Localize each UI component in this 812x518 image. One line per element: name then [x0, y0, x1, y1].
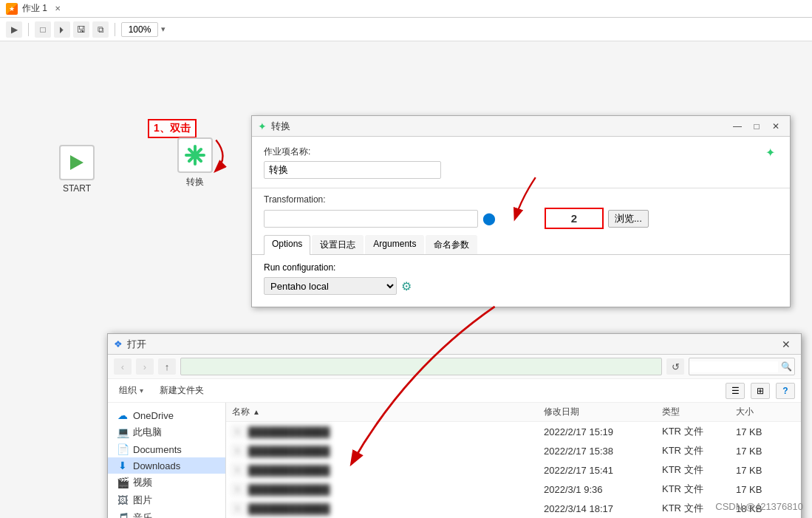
- sidebar-item-music[interactable]: 🎵 音乐: [108, 509, 225, 518]
- job-name-input[interactable]: [264, 161, 441, 179]
- sidebar-item-downloads[interactable]: ⬇ Downloads: [108, 457, 225, 474]
- nav-up-btn[interactable]: ↑: [158, 358, 176, 375]
- stop-btn[interactable]: □: [35, 21, 51, 38]
- refresh-btn[interactable]: ↺: [666, 358, 684, 375]
- ktr-file-icon: k: [232, 426, 244, 437]
- table-row[interactable]: k ████████████ 2022/2/17 15:41 KTR 文件 17…: [226, 460, 801, 480]
- dialog-maximize-btn[interactable]: □: [748, 120, 765, 133]
- documents-icon: 📄: [117, 443, 129, 455]
- computer-icon: 💻: [117, 426, 129, 438]
- dialog-controls: — □ ✕: [729, 120, 784, 133]
- nav-back-btn[interactable]: ‹: [114, 358, 132, 375]
- tab-arguments[interactable]: Arguments: [365, 235, 424, 254]
- file-size-cell: 17 KB: [736, 426, 795, 437]
- ktr-file-icon: k: [232, 483, 244, 495]
- file-date-cell: 2022/3/1 9:36: [544, 484, 662, 495]
- transform-dialog-body: ✦ 作业项名称: Transformation: ⬤ 2 浏览... Optio…: [252, 137, 790, 307]
- job-name-label: 作业项名称:: [264, 146, 778, 158]
- organize-btn[interactable]: 组织 ▾: [114, 382, 149, 399]
- main-toolbar: ▶ □ ⏵ 🖫 ⧉ ▾: [0, 18, 812, 41]
- dialog-minimize-btn[interactable]: —: [729, 120, 746, 133]
- file-sidebar: ☁ OneDrive 💻 此电脑 📄 Documents ⬇ Downloads…: [108, 403, 226, 518]
- ktr-file-icon: k: [232, 464, 244, 476]
- col-date[interactable]: 修改日期: [544, 406, 662, 418]
- save-btn[interactable]: 🖫: [73, 21, 89, 38]
- view-toggle-icons[interactable]: ⊞: [751, 383, 770, 399]
- videos-icon: 🎬: [117, 477, 129, 488]
- collapse-icon[interactable]: ✦: [765, 146, 775, 160]
- file-dialog-addressbar: ‹ › ↑ ↺ 🔍: [108, 355, 801, 379]
- zoom-input[interactable]: [121, 22, 158, 37]
- file-date-cell: 2022/2/17 15:41: [544, 465, 662, 476]
- play-triangle-icon: [70, 155, 83, 170]
- file-name-cell: k ████████████: [232, 502, 544, 514]
- transform-node[interactable]: 转换: [177, 137, 213, 188]
- tabs-row: Options 设置日志 Arguments 命名参数: [252, 235, 790, 255]
- transform-input-icon[interactable]: ⬤: [482, 211, 496, 225]
- search-box-wrapper: 🔍: [689, 358, 795, 375]
- run-config-label: Run configuration:: [264, 262, 778, 273]
- run-btn[interactable]: ▶: [6, 21, 22, 38]
- file-dialog-title: 打开: [127, 338, 773, 351]
- file-name-cell: k ████████████: [232, 445, 544, 457]
- nav-forward-btn[interactable]: ›: [136, 358, 154, 375]
- search-input[interactable]: [689, 361, 778, 372]
- view-toggle-details[interactable]: ☰: [726, 383, 745, 399]
- transform-node-icon: [177, 137, 213, 173]
- zoom-dropdown[interactable]: ▾: [161, 24, 166, 34]
- search-icon[interactable]: 🔍: [778, 361, 794, 372]
- sidebar-item-onedrive[interactable]: ☁ OneDrive: [108, 407, 225, 423]
- tab-named-params[interactable]: 命名参数: [426, 235, 477, 254]
- sidebar-item-computer[interactable]: 💻 此电脑: [108, 423, 225, 441]
- sidebar-videos-label: 视频: [133, 476, 152, 489]
- tab-close-btn[interactable]: ✕: [55, 4, 61, 13]
- view-help-btn[interactable]: ?: [776, 383, 795, 399]
- annotation-1-text: 1、双击: [154, 122, 191, 134]
- transform-dialog-title: 转换: [271, 120, 725, 133]
- table-row[interactable]: k ████████████ 2022/2/17 15:19 KTR 文件 17…: [226, 422, 801, 441]
- ktr-file-icon: k: [232, 502, 244, 514]
- app-icon: ★: [6, 3, 18, 15]
- address-input[interactable]: [180, 358, 662, 375]
- annotation-2-text: 2: [571, 212, 577, 225]
- file-name-cell: k ████████████: [232, 483, 544, 495]
- file-dialog-close-btn[interactable]: ✕: [777, 337, 795, 352]
- file-name-cell: k ████████████: [232, 426, 544, 437]
- file-list-header: 名称 ▲ 修改日期 类型 大小: [226, 403, 801, 422]
- hdivider: [252, 188, 790, 188]
- sidebar-documents-label: Documents: [133, 444, 182, 455]
- sidebar-item-documents[interactable]: 📄 Documents: [108, 441, 225, 457]
- file-open-dialog: ❖ 打开 ✕ ‹ › ↑ ↺ 🔍 组织 ▾ 新建文件夹: [107, 333, 802, 518]
- transformation-input[interactable]: [264, 210, 478, 228]
- file-size-cell: 17 KB: [736, 446, 795, 457]
- table-row[interactable]: k ████████████ 2022/3/1 9:36 KTR 文件 17 K…: [226, 480, 801, 499]
- dialog-close-btn[interactable]: ✕: [768, 120, 784, 133]
- annotation-1: 1、双击: [148, 119, 197, 138]
- music-icon: 🎵: [117, 512, 129, 518]
- tab-label[interactable]: 作业 1: [22, 2, 47, 15]
- onedrive-icon: ☁: [117, 409, 129, 421]
- file-dialog-icon: ❖: [114, 338, 123, 350]
- file-name-cell: k ████████████: [232, 464, 544, 476]
- browse-button[interactable]: 浏览...: [608, 210, 649, 228]
- new-folder-btn[interactable]: 新建文件夹: [154, 382, 209, 399]
- start-node[interactable]: START: [59, 145, 95, 194]
- tab-options[interactable]: Options: [264, 235, 310, 255]
- tab-options-label: Options: [272, 239, 302, 249]
- sidebar-item-videos[interactable]: 🎬 视频: [108, 474, 225, 491]
- pause-btn[interactable]: ⏵: [54, 21, 70, 38]
- sidebar-item-images[interactable]: 🖼 图片: [108, 491, 225, 509]
- tab-log[interactable]: 设置日志: [312, 235, 364, 254]
- col-name[interactable]: 名称 ▲: [232, 406, 544, 418]
- col-type[interactable]: 类型: [662, 406, 736, 418]
- sidebar-images-label: 图片: [133, 494, 152, 507]
- transform-node-label: 转换: [186, 176, 204, 188]
- table-row[interactable]: k ████████████ 2022/2/17 15:38 KTR 文件 17…: [226, 441, 801, 460]
- col-size[interactable]: 大小: [736, 406, 795, 418]
- run-config-settings-icon[interactable]: ⚙: [401, 279, 412, 293]
- run-config-select[interactable]: Pentaho local Remote: [264, 277, 397, 295]
- tab-named-params-label: 命名参数: [434, 239, 469, 250]
- file-type-cell: KTR 文件: [662, 425, 736, 438]
- copy-btn[interactable]: ⧉: [92, 21, 109, 38]
- file-date-cell: 2022/2/17 15:19: [544, 426, 662, 437]
